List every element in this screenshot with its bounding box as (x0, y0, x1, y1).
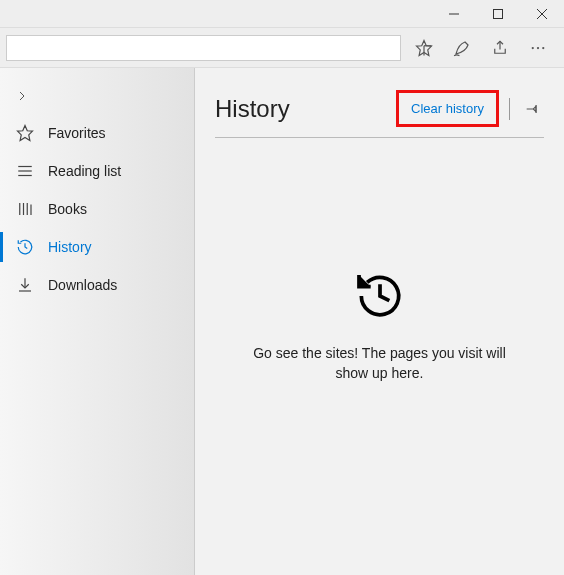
divider (509, 98, 510, 120)
history-empty-icon (352, 268, 408, 324)
window-titlebar (0, 0, 564, 28)
sidebar-item-label: Books (48, 201, 87, 217)
history-content: History Clear history Go see the sites! … (195, 68, 564, 575)
reading-list-icon (16, 162, 34, 180)
hub-panel: Favorites Reading list Books History Dow (0, 68, 564, 575)
svg-point-8 (537, 46, 539, 48)
svg-marker-10 (18, 126, 33, 141)
close-button[interactable] (520, 0, 564, 28)
sidebar-item-reading-list[interactable]: Reading list (0, 152, 194, 190)
page-title: History (215, 95, 290, 123)
minimize-button[interactable] (432, 0, 476, 28)
hub-sidebar: Favorites Reading list Books History Dow (0, 68, 195, 575)
more-icon[interactable] (523, 33, 553, 63)
browser-toolbar (0, 28, 564, 68)
sidebar-item-label: Reading list (48, 163, 121, 179)
content-header: History Clear history (215, 90, 544, 138)
pin-button[interactable] (520, 97, 544, 121)
sidebar-item-label: Downloads (48, 277, 117, 293)
header-actions: Clear history (396, 90, 544, 127)
svg-point-7 (532, 46, 534, 48)
svg-rect-1 (494, 9, 503, 18)
history-icon (16, 238, 34, 256)
sidebar-item-history[interactable]: History (0, 228, 194, 266)
clear-history-button[interactable]: Clear history (396, 90, 499, 127)
sidebar-item-label: History (48, 239, 92, 255)
books-icon (16, 200, 34, 218)
empty-state: Go see the sites! The pages you visit wi… (215, 268, 544, 383)
maximize-button[interactable] (476, 0, 520, 28)
star-icon (16, 124, 34, 142)
back-button[interactable] (0, 80, 194, 114)
favorites-star-icon[interactable] (409, 33, 439, 63)
sidebar-item-label: Favorites (48, 125, 106, 141)
notes-pen-icon[interactable] (447, 33, 477, 63)
empty-message: Go see the sites! The pages you visit wi… (245, 344, 515, 383)
sidebar-item-books[interactable]: Books (0, 190, 194, 228)
address-bar[interactable] (6, 35, 401, 61)
download-icon (16, 276, 34, 294)
svg-point-9 (542, 46, 544, 48)
sidebar-item-downloads[interactable]: Downloads (0, 266, 194, 304)
share-icon[interactable] (485, 33, 515, 63)
sidebar-item-favorites[interactable]: Favorites (0, 114, 194, 152)
